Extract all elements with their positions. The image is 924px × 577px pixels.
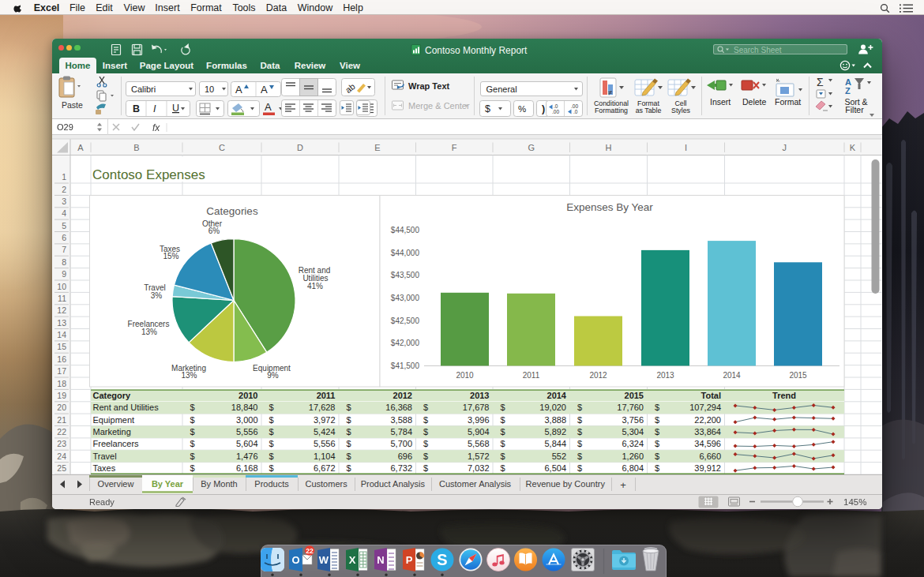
- svg-text:W: W: [319, 554, 329, 566]
- svg-text:P: P: [406, 554, 413, 566]
- svg-text:N: N: [377, 554, 384, 566]
- svg-text:X: X: [349, 554, 356, 566]
- svg-text:S: S: [437, 551, 447, 568]
- svg-text:O: O: [291, 554, 299, 566]
- svg-text:22: 22: [306, 547, 314, 555]
